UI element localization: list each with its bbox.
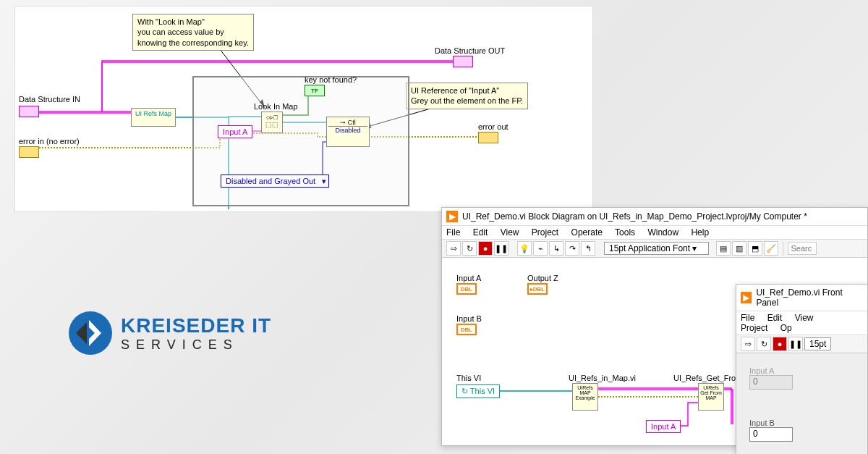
menu-file[interactable]: File [446, 227, 460, 237]
fp-label-input-b: Input B [749, 419, 793, 427]
terminal-data-structure-out [453, 56, 473, 67]
label-input-a: Input A [456, 274, 481, 282]
fp-label-input-a: Input A [749, 366, 793, 375]
distribute-button[interactable]: ▥ [732, 241, 746, 256]
string-constant-input-a: Input A [218, 125, 252, 138]
fp-input-b[interactable]: 0 [749, 427, 793, 442]
fp-titlebar[interactable]: ▶ UI_Ref_Demo.vi Front Panel [736, 285, 867, 311]
note-ui-reference: UI Reference of "Input A" Grey out the e… [406, 83, 528, 109]
run-button[interactable]: ⇨ [446, 241, 461, 256]
terminal-error-in [19, 146, 39, 158]
svg-marker-4 [76, 322, 87, 344]
unbundle-ui-refs-map: UI Refs Map [131, 108, 176, 127]
fp-toolbar: ⇨ ↻ ● ❚❚ 15pt [736, 335, 867, 353]
fp-abort-button[interactable]: ● [773, 337, 787, 351]
label-error-out: error out [478, 122, 509, 131]
fp-menu-project[interactable]: Project [741, 323, 767, 333]
fp-menu-file[interactable]: File [741, 313, 754, 323]
menu-window[interactable]: Window [647, 227, 678, 237]
look-in-map-node: ○▹□⬚⬚ [261, 112, 283, 133]
kreiseder-logo: KREISEDER IT SERVICES [69, 311, 271, 355]
label-output-z: Output Z [527, 274, 558, 282]
terminal-data-structure-in [19, 106, 39, 117]
terminal-key-not-found: TF [305, 85, 325, 96]
fp-run-button[interactable]: ⇨ [741, 337, 755, 351]
font-selector[interactable]: 15pt Application Font ▾ [604, 242, 709, 255]
highlight-exec-button[interactable]: 💡 [517, 241, 532, 256]
note-look-in-map: With "Look in Map" you can access value … [132, 14, 254, 51]
label-key-not-found: key not found? [305, 75, 357, 84]
terminal-input-a: DBL [456, 283, 477, 295]
search-input[interactable] [788, 242, 817, 255]
step-into-button[interactable]: ↳ [549, 241, 563, 256]
reorder-button[interactable]: ⬒ [748, 241, 762, 256]
menubar[interactable]: File Edit View Project Operate Tools Win… [442, 226, 867, 240]
string-constant-input-a-2: Input A [646, 420, 681, 433]
fp-pause-button[interactable]: ❚❚ [788, 337, 803, 351]
front-panel-window: ▶ UI_Ref_Demo.vi Front Panel File Edit V… [736, 284, 868, 454]
label-vi1: UI_Refs_in_Map.vi [569, 374, 636, 382]
toolbar: ⇨ ↻ ● ❚❚ 💡 ⌁ ↳ ↷ ↰ 15pt Application Font… [442, 240, 867, 258]
enum-disabled-grayed-out: Disabled and Grayed Out ▾ [221, 175, 329, 188]
cleanup-button[interactable]: 🧹 [764, 241, 778, 256]
label-input-b: Input B [456, 314, 482, 323]
terminal-error-out [478, 132, 498, 143]
menu-project[interactable]: Project [532, 227, 558, 237]
property-node-ctl: ⊸ Ctl Disabled [326, 117, 370, 147]
subvi-ui-refs-in-map[interactable]: UIRefs MAP Example [572, 383, 598, 411]
fp-font-selector[interactable]: 15pt [804, 337, 831, 350]
fp-run-cont-button[interactable]: ↻ [757, 337, 771, 351]
abort-button[interactable]: ● [478, 241, 493, 256]
label-look-in-map: Look In Map [254, 102, 298, 111]
window-title: UI_Ref_Demo.vi Block Diagram on UI_Refs_… [462, 211, 807, 222]
logo-title: KREISEDER IT [121, 314, 271, 337]
terminal-output-z: ▸DBL [527, 283, 548, 295]
fp-menu-edit[interactable]: Edit [767, 313, 783, 323]
label-data-structure-out: Data Structure OUT [435, 46, 505, 55]
this-vi-ref: ↻ This VI [456, 384, 500, 398]
fp-menu-view[interactable]: View [795, 313, 814, 323]
front-panel-canvas[interactable]: Input A 0 Input B 0 [736, 353, 867, 454]
align-button[interactable]: ▤ [716, 241, 731, 256]
subvi-ui-refs-get-from-map[interactable]: UIRefs Get From MAP [698, 383, 724, 411]
label-data-structure-in: Data Structure IN [19, 95, 80, 104]
logo-icon [69, 311, 112, 355]
menu-tools[interactable]: Tools [615, 227, 635, 237]
terminal-input-b: DBL [456, 324, 477, 335]
logo-subtitle: SERVICES [121, 337, 271, 353]
menu-edit[interactable]: Edit [473, 227, 488, 237]
fp-title: UI_Ref_Demo.vi Front Panel [756, 287, 863, 308]
label-error-in: error in (no error) [19, 137, 80, 146]
top-block-diagram: With "Look in Map" you can access value … [14, 6, 593, 212]
fp-menubar[interactable]: File Edit View Project Op [736, 311, 867, 335]
fp-input-a: 0 [749, 375, 793, 390]
labview-icon: ▶ [446, 211, 458, 222]
pause-button[interactable]: ❚❚ [494, 241, 509, 256]
labview-icon: ▶ [741, 292, 752, 303]
menu-view[interactable]: View [501, 227, 519, 237]
label-this-vi: This VI [456, 374, 481, 382]
step-over-button[interactable]: ↷ [565, 241, 579, 256]
window-titlebar[interactable]: ▶ UI_Ref_Demo.vi Block Diagram on UI_Ref… [442, 208, 867, 226]
fp-menu-operate[interactable]: Op [780, 323, 792, 333]
menu-help[interactable]: Help [691, 227, 709, 237]
step-out-button[interactable]: ↰ [581, 241, 595, 256]
retain-wire-button[interactable]: ⌁ [533, 241, 548, 256]
run-continuously-button[interactable]: ↻ [462, 241, 477, 256]
menu-operate[interactable]: Operate [571, 227, 603, 237]
